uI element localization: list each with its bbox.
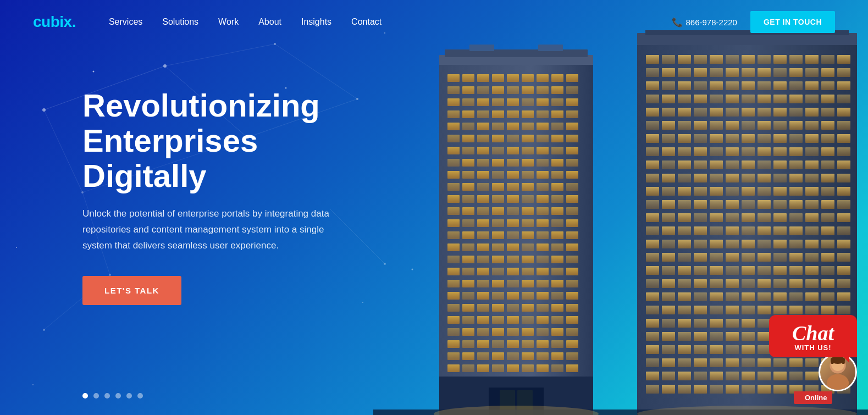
svg-rect-496 [678,279,691,288]
svg-rect-603 [726,385,739,394]
phone-number[interactable]: 📞 866-978-2220 [672,17,737,27]
svg-rect-220 [462,316,474,324]
svg-rect-435 [742,213,755,222]
svg-rect-548 [678,332,691,341]
svg-rect-260 [522,364,534,372]
svg-rect-72 [537,110,549,118]
svg-rect-495 [662,279,675,288]
svg-rect-504 [805,279,819,288]
svg-rect-221 [477,316,489,324]
svg-rect-512 [726,292,739,301]
svg-rect-309 [805,81,819,90]
svg-rect-468 [646,253,659,262]
svg-rect-493 [837,266,850,275]
svg-rect-195 [492,280,504,287]
nav-contact[interactable]: Contact [351,17,382,27]
svg-rect-261 [537,364,549,372]
svg-rect-46 [551,74,563,82]
svg-rect-242 [522,340,534,348]
nav-about[interactable]: About [258,17,281,27]
svg-rect-465 [805,240,819,248]
svg-rect-552 [742,332,755,341]
svg-rect-412 [789,187,803,196]
svg-rect-296 [805,68,819,77]
svg-rect-323 [821,95,834,103]
svg-rect-191 [566,268,578,275]
chat-bubble[interactable]: Chat WITH US! [769,315,857,357]
svg-rect-463 [773,240,787,248]
svg-rect-51 [492,86,504,94]
svg-rect-301 [678,81,691,90]
chat-avatar[interactable] [819,353,857,391]
svg-rect-165 [447,244,460,251]
svg-rect-320 [773,95,787,103]
svg-rect-67 [462,110,474,118]
svg-rect-235 [551,328,563,336]
nav-insights[interactable]: Insights [301,17,331,27]
phone-icon: 📞 [672,17,683,27]
svg-rect-372 [773,147,787,156]
hero-title: Revolutionizing Enterprises Digitally [82,88,390,193]
slider-dot-1[interactable] [82,393,88,399]
slider-dot-5[interactable] [126,393,132,399]
chat-widget[interactable]: Chat WITH US! [769,315,857,404]
svg-rect-310 [821,81,834,90]
slider-dot-6[interactable] [137,393,143,399]
svg-rect-312 [646,95,659,103]
svg-rect-383 [742,161,755,169]
svg-rect-499 [726,279,739,288]
svg-rect-245 [566,340,578,348]
svg-rect-458 [694,240,707,248]
hero-content: Revolutionizing Enterprises Digitally Un… [82,88,390,305]
slider-dot-3[interactable] [104,393,110,399]
slider-dot-2[interactable] [93,393,99,399]
svg-rect-118 [551,171,563,179]
svg-rect-534 [662,319,675,328]
svg-rect-314 [678,95,691,103]
svg-rect-427 [821,200,834,209]
get-in-touch-button[interactable]: GET IN TOUCH [750,11,835,33]
svg-rect-346 [773,121,787,130]
svg-rect-199 [551,280,563,287]
svg-rect-415 [837,187,850,196]
svg-rect-342 [710,121,723,130]
svg-rect-513 [742,292,755,301]
svg-rect-132 [492,195,504,203]
svg-rect-578 [742,358,755,367]
svg-rect-400 [805,174,819,182]
svg-rect-89 [522,135,534,142]
svg-rect-288 [678,68,691,77]
lets-talk-button[interactable]: LET'S TALK [82,276,181,305]
svg-rect-585 [646,372,659,380]
svg-rect-443 [662,226,675,235]
nav-work[interactable]: Work [218,17,239,27]
svg-rect-223 [507,316,519,324]
svg-rect-409 [742,187,755,196]
slider-dot-4[interactable] [115,393,121,399]
logo[interactable]: cubix. [33,13,76,31]
svg-rect-416 [646,200,659,209]
svg-rect-111 [447,171,460,179]
svg-rect-183 [447,268,460,275]
svg-rect-36 [469,45,494,51]
svg-rect-244 [551,340,563,348]
svg-rect-519 [837,292,850,301]
svg-rect-488 [758,266,771,275]
svg-rect-396 [742,174,755,182]
svg-rect-291 [726,68,739,77]
svg-rect-68 [477,110,489,118]
svg-rect-321 [789,95,803,103]
svg-rect-526 [742,306,755,314]
svg-rect-108 [537,159,549,167]
svg-rect-384 [758,161,771,169]
svg-rect-84 [447,135,460,142]
svg-rect-462 [758,240,771,248]
svg-rect-190 [551,268,563,275]
svg-rect-47 [566,74,578,82]
svg-rect-236 [566,328,578,336]
svg-rect-41 [477,74,489,82]
nav-services[interactable]: Services [109,17,142,27]
nav-solutions[interactable]: Solutions [162,17,198,27]
chat-title: Chat [780,323,846,344]
svg-rect-238 [462,340,474,348]
